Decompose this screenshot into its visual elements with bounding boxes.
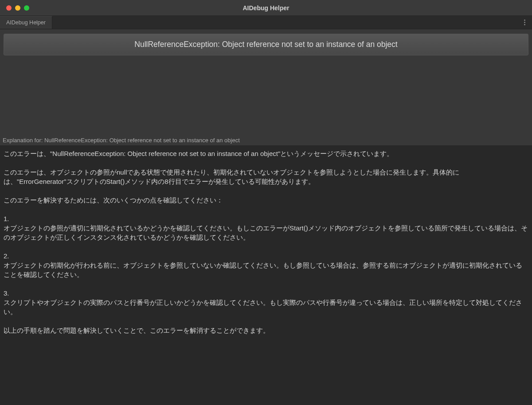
maximize-window-button[interactable] — [24, 5, 29, 11]
tab-aidebug-helper[interactable]: AIDebug Helper — [0, 16, 52, 29]
explanation-body[interactable]: このエラーは、"NullReferenceException: Object r… — [0, 145, 532, 405]
content-area: NullReferenceException: Object reference… — [0, 29, 532, 405]
window-controls — [0, 5, 29, 11]
tab-options-button[interactable] — [520, 19, 528, 27]
minimize-window-button[interactable] — [15, 5, 20, 11]
error-banner[interactable]: NullReferenceException: Object reference… — [4, 34, 528, 55]
window-title: AIDebug Helper — [243, 4, 289, 12]
close-window-button[interactable] — [6, 5, 12, 11]
title-bar: AIDebug Helper — [0, 0, 532, 16]
panel-spacer — [0, 60, 532, 135]
tab-label: AIDebug Helper — [6, 19, 46, 26]
explanation-header: Explanation for: NullReferenceException:… — [0, 135, 532, 145]
kebab-icon — [524, 19, 525, 25]
error-message: NullReferenceException: Object reference… — [134, 40, 397, 49]
tab-strip: AIDebug Helper — [0, 16, 532, 29]
